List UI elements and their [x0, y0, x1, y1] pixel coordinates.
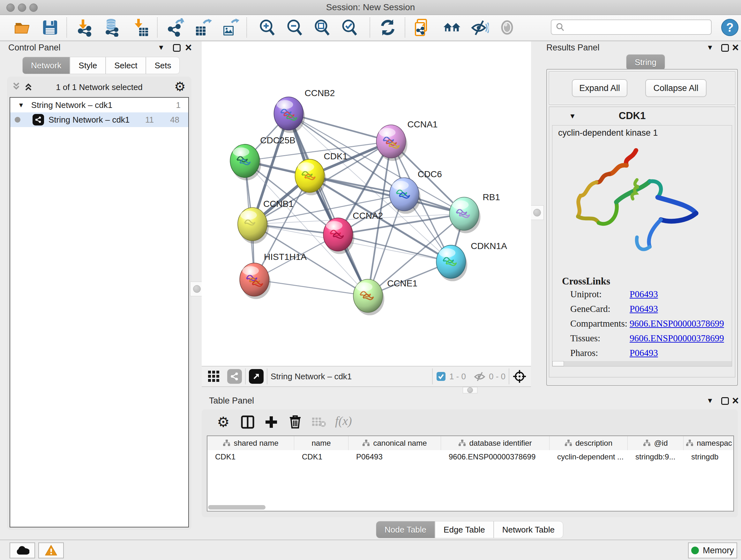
table-panel-float-icon[interactable] — [721, 397, 729, 405]
table-cell[interactable]: CDK1 — [294, 450, 348, 463]
table-cell[interactable]: stringdb:9... — [628, 450, 684, 463]
network-view-title: String Network – cdk1 — [271, 372, 352, 381]
tab-network-table[interactable]: Network Table — [494, 521, 563, 538]
results-hscrollbar[interactable] — [552, 361, 732, 366]
network-node-cdk1[interactable] — [295, 159, 326, 195]
network-share-icon[interactable] — [227, 369, 242, 384]
table-panel-close-icon[interactable]: × — [732, 396, 739, 405]
results-panel-close-icon[interactable]: × — [732, 44, 739, 52]
table-gear-icon[interactable]: ⚙ — [217, 414, 229, 430]
save-session-icon[interactable] — [41, 18, 59, 37]
bottom-splitter-handle[interactable] — [463, 387, 477, 393]
search-box[interactable] — [551, 19, 712, 35]
control-panel-menu-icon[interactable]: ▼ — [158, 44, 165, 52]
right-splitter-handle[interactable] — [530, 205, 544, 220]
column-network-icon — [686, 439, 693, 447]
network-node-cdc6[interactable] — [390, 178, 421, 214]
network-node-ccnb2[interactable] — [274, 97, 305, 133]
zoom-selected-icon[interactable] — [340, 18, 359, 37]
search-input[interactable] — [565, 22, 703, 32]
crosslink-url[interactable]: P06493 — [630, 348, 658, 358]
tab-string[interactable]: String — [626, 54, 665, 70]
network-node-cdkn1a[interactable] — [436, 245, 467, 281]
zoom-out-icon[interactable] — [285, 18, 304, 37]
table-panel-menu-icon[interactable]: ▼ — [706, 396, 714, 405]
column-network-icon — [643, 439, 651, 447]
crosslink-url[interactable]: 9606.ENSP00000378699 — [630, 333, 724, 344]
column-header-@id[interactable]: @id — [628, 436, 684, 450]
import-network-database-icon[interactable] — [103, 18, 121, 37]
export-image-icon[interactable] — [221, 18, 240, 37]
tab-network[interactable]: Network — [22, 57, 70, 74]
warnings-button[interactable] — [38, 543, 64, 558]
tab-sets[interactable]: Sets — [146, 57, 180, 74]
node-label: CCNE1 — [387, 278, 417, 288]
refresh-icon[interactable] — [379, 18, 397, 37]
network-node-cdc25b[interactable] — [230, 144, 261, 180]
protein-collapse-icon[interactable]: ▼ — [569, 112, 576, 120]
network-node-ccne1[interactable] — [353, 279, 384, 315]
crosslink-url[interactable]: P06493 — [630, 289, 658, 300]
crosslink-url[interactable]: P06493 — [630, 304, 658, 314]
network-edge[interactable] — [254, 280, 368, 296]
tab-style[interactable]: Style — [70, 57, 106, 74]
zoom-in-icon[interactable] — [258, 18, 276, 37]
network-edge[interactable] — [338, 235, 451, 262]
control-panel-close-icon[interactable]: × — [185, 44, 192, 52]
import-table-file-icon[interactable] — [131, 18, 150, 37]
show-all-icon[interactable] — [498, 18, 516, 37]
open-in-window-icon[interactable] — [249, 369, 264, 384]
add-column-icon[interactable] — [264, 415, 278, 429]
network-node-ccna2[interactable] — [323, 218, 354, 254]
expand-all-button[interactable]: Expand All — [572, 79, 627, 97]
network-row[interactable]: String Network – cdk1 11 48 — [10, 112, 188, 127]
table-hscrollbar[interactable] — [208, 505, 266, 509]
column-header-name[interactable]: name — [294, 436, 348, 450]
crosslink-url[interactable]: 9606.ENSP00000378699 — [630, 318, 724, 329]
open-session-icon[interactable] — [13, 18, 32, 37]
table-cell[interactable]: 9606.ENSP00000378699 — [441, 450, 549, 463]
network-canvas[interactable]: CCNB2CCNA1CDC25BCDK1CDC6RB1CCNB1CCNA2CDK… — [202, 42, 531, 366]
tab-select[interactable]: Select — [106, 57, 146, 74]
selected-checkbox-icon[interactable] — [436, 371, 446, 381]
network-node-ccna1[interactable] — [376, 125, 407, 161]
delete-column-icon[interactable] — [288, 415, 302, 429]
memory-button[interactable]: Memory — [688, 543, 737, 558]
node-table[interactable]: shared namenamecanonical namedatabase id… — [207, 435, 734, 511]
automation-cloud-button[interactable] — [10, 543, 35, 558]
table-cell[interactable]: CDK1 — [207, 450, 294, 463]
control-panel-float-icon[interactable] — [173, 44, 181, 52]
column-header-database-identifier[interactable]: database identifier — [441, 436, 549, 450]
hide-selected-icon[interactable] — [470, 18, 489, 37]
network-options-gear-icon[interactable]: ⚙ — [174, 79, 186, 94]
collapse-all-button[interactable]: Collapse All — [645, 79, 706, 97]
column-header-shared-name[interactable]: shared name — [207, 436, 294, 450]
column-header-description[interactable]: description — [549, 436, 628, 450]
network-collection-row[interactable]: ▼ String Network – cdk1 1 — [10, 98, 188, 112]
first-neighbors-icon[interactable] — [443, 18, 461, 37]
help-icon[interactable]: ? — [721, 18, 739, 37]
toolbar-separator — [405, 17, 405, 37]
birdseye-grid-icon[interactable] — [207, 370, 220, 383]
show-columns-icon[interactable] — [241, 415, 255, 429]
node-label: HIST1H1A — [264, 252, 307, 262]
crosshair-icon[interactable] — [513, 369, 527, 383]
zoom-fit-icon[interactable] — [313, 18, 331, 37]
table-cell[interactable]: stringdb — [684, 450, 734, 463]
column-header-canonical-name[interactable]: canonical name — [348, 436, 441, 450]
import-network-file-icon[interactable] — [76, 18, 94, 37]
tab-edge-table[interactable]: Edge Table — [435, 521, 494, 538]
table-cell[interactable]: P06493 — [348, 450, 441, 463]
results-panel-menu-icon[interactable]: ▼ — [706, 44, 714, 52]
tree-caret-icon[interactable]: ▼ — [18, 102, 24, 109]
tab-node-table[interactable]: Node Table — [376, 521, 435, 538]
toolbar-separator — [157, 17, 158, 37]
table-cell[interactable]: cyclin-dependent ... — [549, 450, 628, 463]
clone-network-icon[interactable] — [413, 18, 431, 37]
export-network-icon[interactable] — [166, 18, 185, 37]
export-table-icon[interactable] — [194, 18, 212, 37]
network-node-hist1h1a[interactable] — [240, 263, 271, 299]
column-header-namespac[interactable]: namespac — [684, 436, 734, 450]
network-node-rb1[interactable] — [450, 197, 481, 233]
results-panel-float-icon[interactable] — [721, 44, 729, 52]
